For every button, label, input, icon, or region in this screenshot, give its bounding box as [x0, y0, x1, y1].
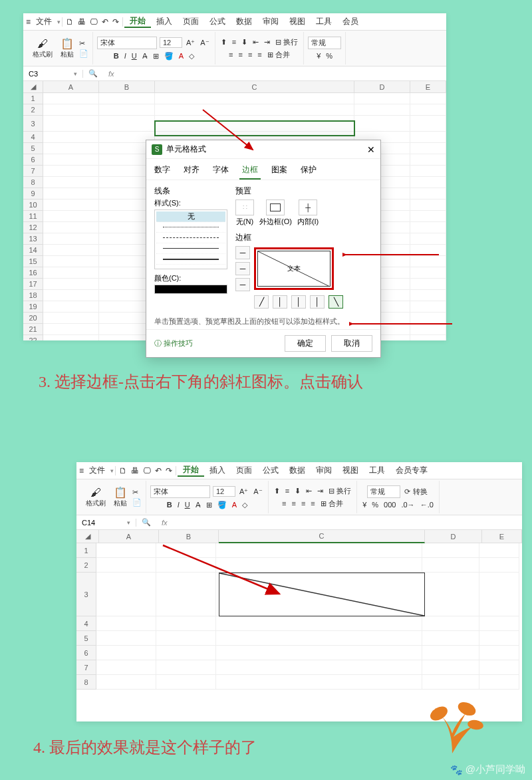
align-top-icon[interactable]: ⬆ [273, 487, 281, 495]
italic-icon[interactable]: I [123, 52, 128, 60]
undo-icon[interactable]: ↶ [153, 466, 164, 475]
row-header[interactable]: 6 [23, 154, 43, 166]
row-header[interactable]: 3 [23, 116, 43, 132]
cell[interactable] [156, 573, 216, 616]
cut-icon[interactable]: ✂ [132, 488, 142, 497]
cell[interactable] [216, 646, 422, 660]
cell[interactable] [43, 116, 99, 132]
cell[interactable] [410, 143, 446, 154]
tab-protect[interactable]: 保护 [298, 162, 319, 180]
cell[interactable] [43, 279, 99, 290]
row-header[interactable]: 18 [23, 290, 43, 301]
border-left-btn[interactable]: │ [273, 295, 287, 309]
underline-icon[interactable]: U [184, 501, 192, 509]
cell[interactable] [216, 543, 422, 558]
row-header[interactable]: 20 [23, 313, 43, 324]
cell[interactable] [155, 104, 354, 116]
cell[interactable] [410, 188, 446, 199]
cell[interactable] [43, 211, 99, 222]
tab-font[interactable]: 字体 [210, 162, 231, 180]
save-icon[interactable]: 🗋 [64, 17, 76, 27]
row-header[interactable]: 1 [23, 93, 43, 104]
col-header-b[interactable]: B [99, 81, 155, 93]
cell[interactable] [410, 267, 446, 279]
cell[interactable] [422, 616, 479, 631]
cell[interactable] [43, 166, 99, 177]
align-center-icon[interactable]: ≡ [290, 499, 297, 507]
menu-icon[interactable]: ≡ [79, 466, 84, 475]
cell[interactable] [96, 675, 156, 690]
comma-icon[interactable]: 000 [382, 501, 397, 509]
font-select[interactable]: 宋体 [97, 37, 157, 49]
wrap-button[interactable]: ⊟ 换行 [327, 486, 352, 496]
cell[interactable] [43, 233, 99, 245]
cell[interactable] [156, 631, 216, 646]
cell[interactable] [43, 177, 99, 188]
menu-icon[interactable]: ≡ [26, 17, 31, 27]
indent-inc-icon[interactable]: ⇥ [263, 38, 271, 47]
align-left-icon[interactable]: ≡ [227, 51, 234, 59]
font-color-icon[interactable]: A [231, 501, 238, 509]
col-header-e[interactable]: E [410, 81, 446, 93]
row-header[interactable]: 12 [23, 222, 43, 233]
copy-icon[interactable]: 📄 [132, 498, 142, 507]
cell[interactable] [156, 660, 216, 675]
border-diag-down-btn[interactable]: ╲ [329, 295, 343, 309]
fill-color-icon[interactable]: 🪣 [216, 501, 228, 509]
cell[interactable] [410, 199, 446, 211]
indent-inc-icon[interactable]: ⇥ [316, 487, 325, 495]
align-left-icon[interactable]: ≡ [281, 499, 287, 507]
cell[interactable] [43, 267, 99, 279]
font-color-icon[interactable]: A [178, 52, 185, 60]
style-option[interactable] [156, 243, 225, 254]
cell[interactable] [96, 543, 156, 558]
cell[interactable] [479, 660, 519, 675]
dec-dec-icon[interactable]: ←.0 [419, 501, 435, 509]
bold-icon[interactable]: B [112, 52, 120, 60]
menu-formula[interactable]: 公式 [204, 16, 231, 27]
style-option[interactable] [156, 254, 225, 265]
currency-icon[interactable]: ¥ [361, 501, 368, 509]
fx-label[interactable]: fx [103, 70, 120, 78]
row-header[interactable]: 15 [23, 256, 43, 267]
menu-member[interactable]: 会员 [337, 16, 364, 27]
cell[interactable] [410, 132, 446, 143]
col-header-b[interactable]: B [159, 530, 219, 543]
print-icon[interactable]: 🖶 [76, 17, 88, 27]
wrap-button[interactable]: ⊟ 换行 [274, 37, 299, 47]
size-select[interactable]: 12 [213, 486, 235, 497]
fill-color-icon[interactable]: 🪣 [163, 52, 175, 61]
diagonal-cell-c3[interactable] [219, 573, 425, 616]
row-header[interactable]: 8 [76, 675, 96, 690]
row-header[interactable]: 9 [23, 188, 43, 199]
preview-icon[interactable]: 🖵 [141, 466, 153, 475]
increase-font-icon[interactable]: A⁺ [238, 487, 249, 496]
font-select[interactable]: 宋体 [150, 485, 210, 498]
cell[interactable] [354, 104, 410, 116]
percent-icon[interactable]: % [370, 501, 380, 509]
cell[interactable] [410, 279, 446, 290]
align-mid-icon[interactable]: ≡ [284, 487, 291, 495]
row-header[interactable]: 2 [23, 104, 43, 116]
menu-data[interactable]: 数据 [284, 465, 311, 476]
cell[interactable] [479, 616, 519, 631]
menu-page[interactable]: 页面 [231, 465, 257, 476]
merge-button[interactable]: ⊞ 合并 [266, 50, 291, 60]
row-header[interactable]: 8 [23, 177, 43, 188]
cell[interactable] [410, 324, 446, 335]
cell[interactable] [96, 573, 156, 616]
cell[interactable] [43, 104, 99, 116]
fx-label[interactable]: fx [156, 519, 173, 527]
indent-dec-icon[interactable]: ⇤ [305, 487, 313, 495]
cell[interactable] [479, 558, 519, 573]
row-header[interactable]: 4 [23, 132, 43, 143]
clear-icon[interactable]: ◇ [188, 52, 196, 61]
row-header[interactable]: 17 [23, 279, 43, 290]
row-header[interactable]: 1 [76, 543, 96, 558]
align-bot-icon[interactable]: ⬇ [293, 487, 302, 495]
border-vmid-btn[interactable]: │ [291, 295, 306, 309]
cell[interactable] [43, 245, 99, 256]
cell[interactable] [410, 177, 446, 188]
align-bot-icon[interactable]: ⬇ [240, 38, 249, 47]
col-header-e[interactable]: E [482, 530, 522, 543]
